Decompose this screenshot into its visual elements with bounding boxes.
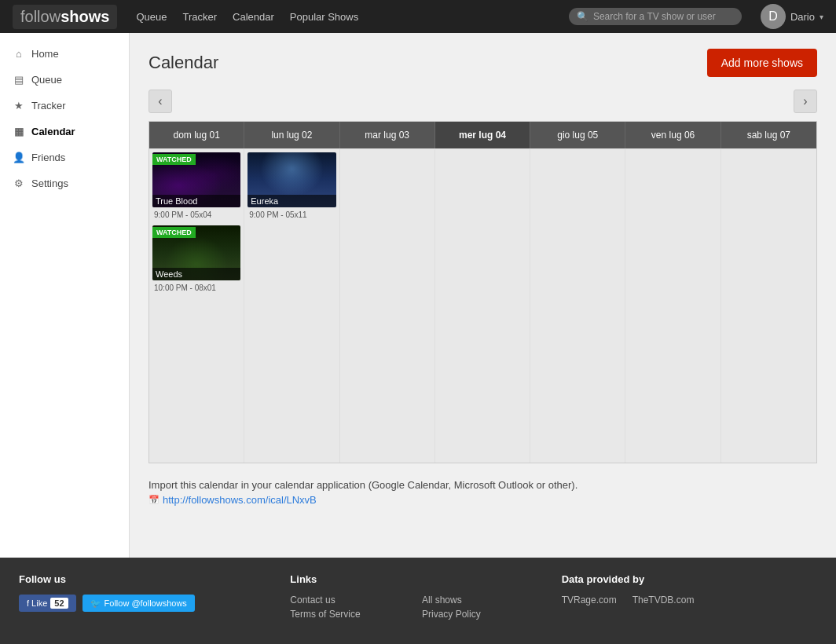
user-menu[interactable]: D Dario ▾ bbox=[761, 4, 823, 29]
sidebar-label-friends: Friends bbox=[31, 152, 65, 163]
day-header-5: ven lug 06 bbox=[625, 122, 720, 148]
import-section: Import this calendar in your calendar ap… bbox=[148, 479, 817, 506]
calendar-nav: ‹ › bbox=[148, 90, 817, 113]
like-count: 52 bbox=[50, 598, 68, 609]
show-card-true-blood[interactable]: WATCHED True Blood bbox=[152, 152, 240, 207]
follow-us-title: Follow us bbox=[19, 573, 274, 585]
footer: Follow us f Like 52 🐦 Follow @followshow… bbox=[0, 558, 836, 644]
search-bar: 🔍 bbox=[569, 8, 742, 25]
nav-popular-shows[interactable]: Popular Shows bbox=[290, 11, 358, 23]
sidebar-label-queue: Queue bbox=[31, 74, 62, 86]
logo: followshows bbox=[13, 5, 117, 29]
data-provided-title: Data provided by bbox=[562, 573, 817, 585]
cal-cell-3 bbox=[435, 148, 530, 463]
sidebar-item-friends[interactable]: 👤 Friends bbox=[0, 145, 129, 170]
import-link-text: http://followshows.com/ical/LNxvB bbox=[163, 494, 317, 506]
sidebar-item-queue[interactable]: ▤ Queue bbox=[0, 67, 129, 93]
facebook-icon: f Like bbox=[27, 598, 47, 608]
footer-link-tos[interactable]: Terms of Service bbox=[290, 609, 414, 620]
show-card-weeds[interactable]: WATCHED Weeds bbox=[152, 225, 240, 280]
day-header-4: gio lug 05 bbox=[530, 122, 625, 148]
import-link[interactable]: 📅 http://followshows.com/ical/LNxvB bbox=[148, 494, 817, 506]
footer-data-provided: Data provided by TVRage.com TheTVDB.com bbox=[562, 573, 817, 628]
main-content: Calendar Add more shows ‹ › dom lug 01 l… bbox=[130, 33, 836, 558]
star-icon: ★ bbox=[13, 100, 25, 112]
show-title-eureka: Eureka bbox=[248, 195, 336, 207]
cal-cell-4 bbox=[530, 148, 625, 463]
show-thumb-weeds: WATCHED Weeds bbox=[152, 225, 240, 280]
calendar-grid: dom lug 01 lun lug 02 mar lug 03 mer lug… bbox=[148, 121, 817, 463]
twitter-label: Follow @followshows bbox=[104, 598, 187, 608]
nav-queue[interactable]: Queue bbox=[136, 11, 167, 23]
main-header: Calendar Add more shows bbox=[148, 49, 817, 77]
avatar: D bbox=[761, 4, 786, 29]
day-header-1: lun lug 02 bbox=[244, 122, 339, 148]
sidebar-label-home: Home bbox=[31, 48, 59, 60]
footer-links-grid: Contact us All shows Terms of Service Pr… bbox=[290, 595, 545, 620]
sidebar-item-tracker[interactable]: ★ Tracker bbox=[0, 93, 129, 119]
sidebar-item-home[interactable]: ⌂ Home bbox=[0, 41, 129, 67]
nav-calendar[interactable]: Calendar bbox=[233, 11, 274, 23]
cal-cell-2 bbox=[340, 148, 435, 463]
import-text: Import this calendar in your calendar ap… bbox=[148, 479, 817, 491]
queue-icon: ▤ bbox=[13, 74, 25, 86]
search-icon: 🔍 bbox=[577, 11, 588, 22]
layout: ⌂ Home ▤ Queue ★ Tracker ▦ Calendar 👤 Fr… bbox=[0, 33, 836, 558]
day-header-3: mer lug 04 bbox=[435, 122, 530, 148]
home-icon: ⌂ bbox=[13, 48, 25, 60]
links-title: Links bbox=[290, 573, 545, 585]
prev-week-button[interactable]: ‹ bbox=[148, 90, 172, 113]
nav-tracker[interactable]: Tracker bbox=[182, 11, 217, 23]
show-thumb-true-blood: WATCHED True Blood bbox=[152, 152, 240, 207]
social-buttons: f Like 52 🐦 Follow @followshows bbox=[19, 595, 274, 612]
footer-link-all-shows[interactable]: All shows bbox=[422, 595, 546, 606]
footer-link-contact[interactable]: Contact us bbox=[290, 595, 414, 606]
footer-follow-us: Follow us f Like 52 🐦 Follow @followshow… bbox=[19, 573, 274, 628]
show-title-true-blood: True Blood bbox=[152, 195, 240, 207]
sidebar-label-settings: Settings bbox=[31, 177, 68, 189]
day-header-2: mar lug 03 bbox=[340, 122, 435, 148]
add-shows-button[interactable]: Add more shows bbox=[707, 49, 817, 77]
header: followshows Queue Tracker Calendar Popul… bbox=[0, 0, 836, 33]
person-icon: 👤 bbox=[13, 152, 25, 163]
twitter-icon: 🐦 bbox=[90, 598, 101, 609]
cal-cell-5 bbox=[625, 148, 720, 463]
show-card-eureka[interactable]: Eureka bbox=[248, 152, 336, 207]
calendar-icon: ▦ bbox=[13, 126, 25, 137]
footer-link-privacy[interactable]: Privacy Policy bbox=[422, 609, 546, 620]
provider-tvrage[interactable]: TVRage.com bbox=[562, 595, 617, 606]
calendar-header-row: dom lug 01 lun lug 02 mar lug 03 mer lug… bbox=[149, 122, 816, 148]
twitter-follow-button[interactable]: 🐦 Follow @followshows bbox=[82, 595, 195, 612]
show-time-weeds: 10:00 PM - 08x01 bbox=[152, 284, 240, 292]
data-providers-list: TVRage.com TheTVDB.com bbox=[562, 595, 817, 606]
gear-icon: ⚙ bbox=[13, 177, 25, 189]
chevron-down-icon: ▾ bbox=[820, 13, 823, 21]
cal-cell-0: WATCHED True Blood 9:00 PM - 05x04 WATCH… bbox=[149, 148, 244, 463]
next-week-button[interactable]: › bbox=[794, 90, 817, 113]
cal-cell-1: Eureka 9:00 PM - 05x11 bbox=[244, 148, 339, 463]
sidebar-item-settings[interactable]: ⚙ Settings bbox=[0, 170, 129, 196]
facebook-like-button[interactable]: f Like 52 bbox=[19, 595, 76, 612]
user-name: Dario bbox=[790, 11, 815, 23]
sidebar-item-calendar[interactable]: ▦ Calendar bbox=[0, 119, 129, 145]
sidebar-label-tracker: Tracker bbox=[31, 100, 66, 112]
watched-badge: WATCHED bbox=[152, 154, 196, 165]
main-nav: Queue Tracker Calendar Popular Shows bbox=[136, 11, 358, 23]
provider-thetvdb[interactable]: TheTVDB.com bbox=[632, 595, 695, 606]
page-title: Calendar bbox=[148, 53, 218, 73]
show-thumb-eureka: Eureka bbox=[248, 152, 336, 207]
search-input[interactable] bbox=[593, 11, 734, 22]
watched-badge-weeds: WATCHED bbox=[152, 227, 196, 238]
calendar-body-row: WATCHED True Blood 9:00 PM - 05x04 WATCH… bbox=[149, 148, 816, 463]
show-title-weeds: Weeds bbox=[152, 268, 240, 280]
day-header-0: dom lug 01 bbox=[149, 122, 244, 148]
footer-links: Links Contact us All shows Terms of Serv… bbox=[290, 573, 545, 628]
day-header-6: sab lug 07 bbox=[721, 122, 816, 148]
cal-cell-6 bbox=[721, 148, 816, 463]
sidebar-label-calendar: Calendar bbox=[31, 126, 75, 137]
show-time-true-blood: 9:00 PM - 05x04 bbox=[152, 210, 240, 219]
show-time-eureka: 9:00 PM - 05x11 bbox=[248, 210, 336, 219]
sidebar: ⌂ Home ▤ Queue ★ Tracker ▦ Calendar 👤 Fr… bbox=[0, 33, 130, 558]
calendar-small-icon: 📅 bbox=[148, 495, 160, 505]
